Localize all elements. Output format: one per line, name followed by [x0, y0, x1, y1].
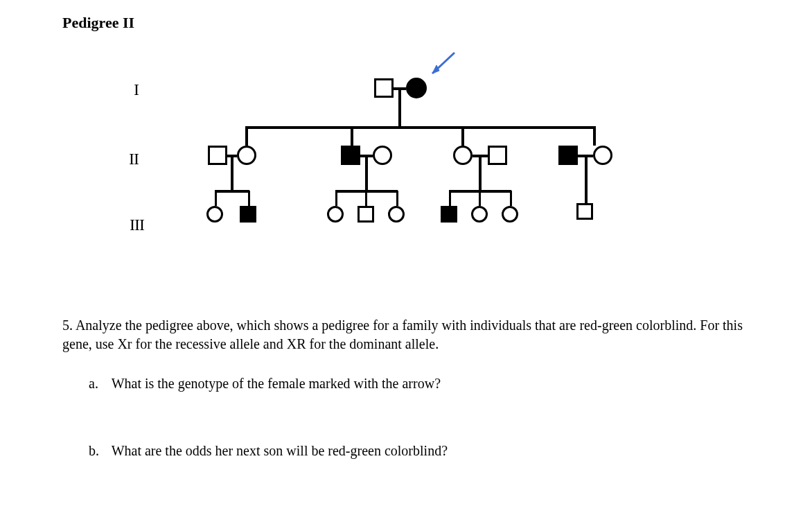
pedigree-connector — [215, 190, 249, 193]
pedigree-female-unaffected — [327, 206, 344, 223]
pedigree-male-unaffected — [374, 78, 394, 98]
svg-marker-1 — [432, 65, 439, 73]
pedigree-male-affected — [441, 206, 457, 223]
pedigree-connector — [396, 191, 398, 206]
pedigree-connector — [398, 90, 401, 126]
pedigree-title: Pedigree II — [62, 14, 784, 32]
generation-label-2: II — [118, 150, 139, 168]
pedigree-connector — [479, 191, 481, 206]
pedigree-male-unaffected — [208, 146, 227, 165]
pedigree-male-affected — [558, 146, 578, 165]
generation-label-1: I — [118, 80, 139, 99]
pedigree-female-unaffected — [206, 206, 223, 223]
sub-question-a: a. What is the genotype of the female ma… — [89, 374, 755, 393]
pedigree-connector — [510, 191, 512, 206]
pedigree-male-unaffected — [358, 206, 374, 223]
sub-a-letter: a. — [89, 374, 108, 393]
pedigree-male-unaffected — [576, 203, 593, 220]
pedigree-male-affected — [341, 146, 360, 165]
pedigree-connector — [365, 157, 368, 191]
pedigree-female-unaffected — [471, 206, 488, 223]
pedigree-female-unaffected — [237, 146, 256, 165]
proband-arrow-icon — [423, 49, 464, 83]
question-text: Analyze the pedigree above, which shows … — [62, 317, 743, 351]
question-number: 5. — [62, 317, 73, 333]
pedigree-connector — [479, 157, 482, 191]
pedigree-connector — [351, 127, 353, 146]
pedigree-female-unaffected — [453, 146, 473, 165]
pedigree-connector — [245, 127, 248, 146]
pedigree-male-affected — [240, 206, 256, 223]
pedigree-female-unaffected — [388, 206, 405, 223]
sub-questions: a. What is the genotype of the female ma… — [89, 374, 755, 460]
document-page: Pedigree II I II III — [0, 0, 812, 522]
pedigree-connector — [365, 191, 367, 206]
pedigree-connector — [585, 157, 588, 203]
pedigree-connector — [231, 157, 233, 191]
pedigree-male-unaffected — [488, 146, 507, 165]
pedigree-connector — [449, 191, 451, 206]
pedigree-diagram: I II III — [118, 53, 741, 281]
generation-label-3: III — [123, 216, 144, 234]
pedigree-female-unaffected — [502, 206, 518, 223]
pedigree-connector — [335, 191, 337, 206]
sub-question-b: b. What are the odds her next son will b… — [89, 442, 755, 460]
pedigree-female-unaffected — [373, 146, 392, 165]
pedigree-connector — [461, 127, 464, 146]
pedigree-connector — [245, 126, 596, 129]
pedigree-connector — [593, 127, 596, 146]
pedigree-connector — [215, 191, 217, 206]
sub-b-text: What are the odds her next son will be r… — [112, 443, 448, 458]
sub-b-letter: b. — [89, 442, 108, 460]
question-block: 5. Analyze the pedigree above, which sho… — [62, 316, 755, 460]
sub-a-text: What is the genotype of the female marke… — [112, 376, 441, 391]
pedigree-connector — [248, 191, 250, 206]
pedigree-female-unaffected — [593, 146, 612, 165]
